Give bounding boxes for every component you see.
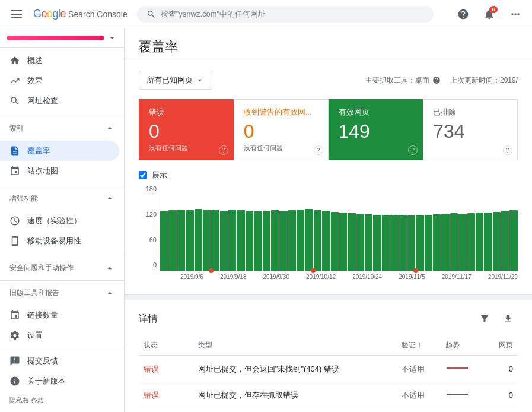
chart-bar <box>186 210 193 271</box>
search-bar[interactable] <box>137 6 434 23</box>
row-pages: 0 <box>486 356 518 382</box>
chart-bar <box>425 215 432 271</box>
stat-card-valid-help[interactable]: ? <box>408 145 418 155</box>
stat-card-error-sub: 没有任何问题 <box>149 144 224 153</box>
stat-card-excluded[interactable]: 已排除 734 ? <box>423 99 518 160</box>
chart-bar <box>168 210 176 271</box>
table-row[interactable]: 错误 网址已提交，但存在抓取错误 不适用 0 <box>139 382 518 408</box>
details-actions <box>475 309 518 328</box>
enhance-nav: 速度（实验性） 移动设备易用性 <box>0 208 124 253</box>
chevron-up-icon <box>105 264 114 273</box>
x-label: 2019/11/17 <box>442 274 472 280</box>
stat-card-warning[interactable]: 收到警告的有效网... 0 没有任何问题 ? <box>234 99 329 160</box>
col-pages: 网页 <box>486 335 518 356</box>
details-header: 详情 <box>139 309 518 328</box>
x-label: 2019/11/5 <box>399 274 425 280</box>
chart-bar <box>271 210 279 271</box>
hamburger-icon <box>11 10 22 18</box>
search-input[interactable] <box>161 9 424 18</box>
stat-card-excluded-help[interactable]: ? <box>503 145 512 155</box>
help-button[interactable] <box>451 2 475 26</box>
sidebar-item-label: 速度（实验性） <box>27 215 81 226</box>
download-action-button[interactable] <box>499 309 518 328</box>
table-row[interactable]: 错误 网址已提交，但会返回"未找到"(404) 错误 不适用 0 <box>139 356 518 382</box>
sidebar-item-label: 关于新版本 <box>27 376 66 386</box>
col-status: 状态 <box>139 335 193 356</box>
coverage-meta: 主要抓取工具：桌面 上次更新时间：2019/ <box>365 75 518 85</box>
chart-bar <box>390 215 398 271</box>
index-nav: 覆盖率 站点地图 <box>0 138 124 183</box>
chart-bar <box>509 210 517 271</box>
row-trend <box>441 382 486 408</box>
y-label-180: 180 <box>139 185 157 192</box>
stat-card-excluded-value: 734 <box>433 120 508 142</box>
sidebar-item-feedback[interactable]: 提交反馈 <box>0 351 124 371</box>
row-type: 网址已提交，但会返回"未找到"(404) 错误 <box>193 356 397 382</box>
chart-bar <box>203 210 211 271</box>
chart-bar <box>382 215 390 271</box>
menu-button[interactable] <box>5 2 28 26</box>
sidebar-bottom: 提交反馈 关于新版本 隐私权 条款 <box>0 348 124 412</box>
security-section-header[interactable]: 安全问题和手动操作 <box>0 258 124 278</box>
sidebar-item-speed[interactable]: 速度（实验性） <box>0 211 119 231</box>
chart-bar <box>331 212 339 271</box>
stat-card-error-help[interactable]: ? <box>219 145 228 155</box>
x-label: 2019/9/18 <box>220 274 247 280</box>
sidebar-item-sitemap[interactable]: 站点地图 <box>0 161 119 181</box>
content-area: 覆盖率 所有已知网页 主要抓取工具：桌面 上次更新时间：2019/ <box>125 28 532 412</box>
divider <box>0 256 124 256</box>
divider <box>0 116 124 116</box>
sitemap-icon <box>9 166 20 176</box>
sidebar-item-settings[interactable]: 设置 <box>0 325 119 346</box>
speed-icon <box>9 215 20 226</box>
chart-bar <box>433 214 441 271</box>
sidebar-item-mobile[interactable]: 移动设备易用性 <box>0 231 119 251</box>
chart-dot <box>209 268 214 273</box>
sidebar-item-coverage[interactable]: 覆盖率 <box>0 141 119 161</box>
legend-checkbox[interactable] <box>139 171 147 179</box>
sidebar-item-about[interactable]: 关于新版本 <box>0 371 124 391</box>
page-header: 覆盖率 <box>125 28 532 61</box>
details-table-body: 错误 网址已提交，但会返回"未找到"(404) 错误 不适用 0 错误 网址已提… <box>139 356 518 412</box>
legacy-nav: 链接数量 设置 <box>0 303 124 348</box>
filter-button[interactable]: 所有已知网页 <box>139 71 212 90</box>
table-row[interactable]: 有效网页 已提交，且已编入索引 不适用 89 <box>139 408 518 412</box>
stat-card-valid[interactable]: 有效网页 149 ? <box>329 99 423 160</box>
chart-bar <box>407 215 415 271</box>
stat-card-error[interactable]: 错误 0 没有任何问题 ? <box>139 99 234 160</box>
main-layout: 概述 效果 网址检查 索引 覆盖率 站点地图 <box>0 28 532 412</box>
section-label: 增强功能 <box>9 194 38 204</box>
mobile-icon <box>9 236 20 246</box>
coverage-area: 所有已知网页 主要抓取工具：桌面 上次更新时间：2019/ 错误 0 <box>125 61 532 295</box>
home-icon <box>9 55 20 66</box>
chevron-up-icon <box>105 194 114 203</box>
chart-bar <box>220 211 228 271</box>
index-section-header[interactable]: 索引 <box>0 119 124 138</box>
row-type: 已提交，且已编入索引 <box>193 408 397 412</box>
apps-button[interactable] <box>504 2 527 26</box>
chart-bar <box>297 210 304 271</box>
sidebar-item-performance[interactable]: 效果 <box>0 71 119 91</box>
enhance-section-header[interactable]: 增强功能 <box>0 189 124 208</box>
col-verify[interactable]: 验证 ↑ <box>397 335 441 356</box>
sidebar-item-url-inspection[interactable]: 网址检查 <box>0 91 119 111</box>
sidebar-footer: 隐私权 条款 <box>0 391 124 410</box>
filter-action-button[interactable] <box>475 309 494 328</box>
legacy-section-header[interactable]: 旧版工具和报告 <box>0 283 124 303</box>
divider <box>0 280 124 281</box>
sidebar-item-label: 移动设备易用性 <box>27 236 81 246</box>
links-icon <box>9 310 20 321</box>
chart-bar <box>373 215 381 271</box>
property-selector[interactable] <box>0 28 124 48</box>
sidebar-item-overview[interactable]: 概述 <box>0 50 119 71</box>
chart-bar <box>314 210 321 271</box>
y-label-60: 60 <box>139 236 157 243</box>
chart-bar <box>228 210 236 271</box>
search-console-wordmark: Search Console <box>68 9 128 19</box>
stat-card-warning-label: 收到警告的有效网... <box>244 107 318 118</box>
stat-card-warning-help[interactable]: ? <box>314 145 323 155</box>
sidebar-item-links[interactable]: 链接数量 <box>0 305 119 325</box>
chart-legend: 展示 <box>139 170 518 180</box>
section-label: 安全问题和手动操作 <box>9 263 74 273</box>
notifications-button[interactable]: 6 <box>477 2 501 26</box>
